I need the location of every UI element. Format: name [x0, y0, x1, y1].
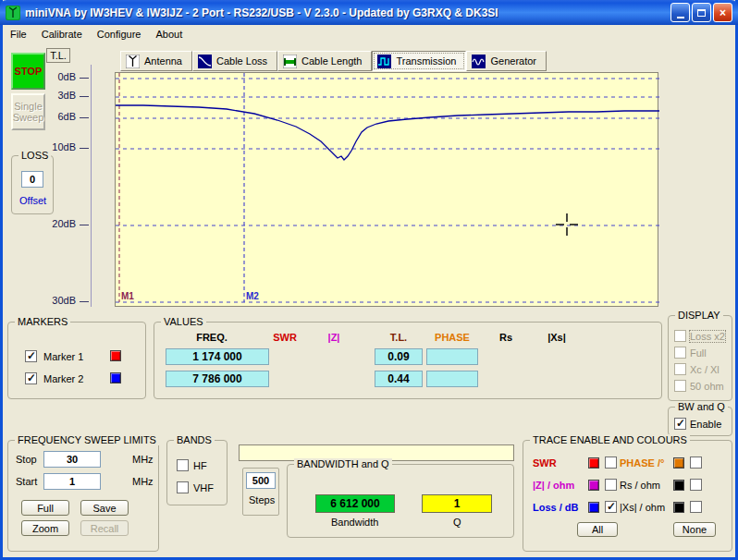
phase-trace-label: PHASE /° [620, 457, 664, 469]
start-freq-unit: MHz [132, 476, 154, 487]
mode-toolbar: Antenna Cable Loss Cable Length Transm [120, 51, 547, 71]
steps-label: Steps [249, 494, 275, 505]
title-bar[interactable]: miniVNA by IW3HEV & IW3IJZ - 2 Port - RS… [0, 0, 738, 25]
bwq-enable-checkbox[interactable] [674, 418, 686, 430]
cable-loss-mode-button[interactable]: Cable Loss [192, 51, 277, 71]
header-phase: PHASE [435, 332, 470, 343]
maximize-icon [697, 9, 706, 17]
bw-q-group-title: BW and Q [675, 401, 728, 412]
minimize-button[interactable] [670, 3, 690, 22]
header-swr: SWR [273, 332, 297, 343]
offset-label[interactable]: Offset [19, 195, 46, 206]
zoom-button[interactable]: Zoom [21, 520, 69, 536]
menu-calibrate[interactable]: Calibrate [34, 27, 90, 42]
all-traces-button[interactable]: All [577, 522, 618, 537]
window-title: miniVNA by IW3HEV & IW3IJZ - 2 Port - RS… [25, 6, 498, 19]
save-button[interactable]: Save [80, 500, 129, 516]
cable-loss-icon [198, 55, 212, 68]
generator-mode-button[interactable]: Generator [466, 51, 547, 71]
marker2-checkbox[interactable] [25, 372, 37, 384]
marker1-label-text: Marker 1 [43, 351, 83, 362]
rs-trace-checkbox[interactable] [690, 479, 702, 491]
axis-label-6db: 6dB [37, 111, 76, 122]
cable-loss-button-label: Cable Loss [216, 55, 267, 67]
loss-trace-checkbox[interactable] [605, 501, 617, 513]
app-window: miniVNA by IW3HEV & IW3IJZ - 2 Port - RS… [0, 0, 738, 560]
xc-xl-checkbox[interactable] [674, 363, 686, 375]
menu-configure[interactable]: Configure [90, 27, 149, 42]
swr-colour-swatch[interactable] [588, 457, 599, 469]
marker2-label: M2 [246, 291, 259, 301]
header-tl: T.L. [390, 332, 407, 343]
z-trace-checkbox[interactable] [605, 479, 617, 491]
generator-button-label: Generator [490, 55, 536, 67]
start-freq-label: Start [16, 476, 37, 487]
axis-label-20db: 20dB [37, 218, 76, 229]
loss-offset-input[interactable] [21, 171, 43, 188]
recall-button: Recall [80, 520, 129, 536]
display-group: DISPLAY Loss x2 Full Xc / Xl 50 ohm [668, 315, 732, 401]
cable-length-mode-button[interactable]: Cable Length [277, 51, 372, 71]
cable-length-button-label: Cable Length [301, 55, 362, 67]
marker2-color-swatch[interactable] [110, 372, 121, 383]
marker1-checkbox[interactable] [25, 350, 37, 362]
bands-group: BANDS HF VHF [166, 440, 228, 505]
z-colour-swatch[interactable] [588, 480, 599, 491]
loss-x2-checkbox[interactable] [674, 330, 686, 342]
hf-checkbox[interactable] [177, 459, 189, 471]
phase-trace-checkbox[interactable] [690, 457, 702, 469]
start-freq-input[interactable] [43, 473, 101, 490]
bandwidth-q-group: BANDWIDTH and Q 6 612 000 Bandwidth 1 Q [287, 464, 514, 538]
hf-label: HF [193, 460, 207, 471]
vhf-checkbox[interactable] [177, 481, 189, 493]
xs-trace-label: |Xs| / ohm [620, 502, 665, 513]
full-display-checkbox[interactable] [674, 347, 686, 359]
axis-tick [80, 117, 89, 118]
bands-group-title: BANDS [174, 434, 215, 445]
loss-group: LOSS Offset [11, 155, 54, 214]
loss-colour-swatch[interactable] [588, 502, 599, 513]
sweep-group-title: FREQUENCY SWEEP LIMITS [15, 434, 159, 445]
antenna-icon [126, 55, 140, 68]
crosshair-cursor [556, 213, 578, 236]
header-rs: Rs [499, 332, 512, 343]
markers-group-title: MARKERS [15, 316, 70, 327]
rs-colour-swatch[interactable] [673, 480, 684, 491]
trace-group-title: TRACE ENABLE AND COLOURS [530, 434, 690, 445]
vhf-label: VHF [193, 482, 214, 493]
bandwidth-group-title: BANDWIDTH and Q [294, 458, 392, 469]
axis-tick [80, 96, 89, 97]
transmission-mode-button[interactable]: Transmission [372, 51, 466, 71]
values-group: VALUES FREQ. SWR |Z| T.L. PHASE Rs |Xs| … [154, 322, 662, 399]
sweep-chart[interactable]: M1 M2 [115, 72, 658, 307]
menu-about[interactable]: About [148, 27, 190, 42]
marker1-color-swatch[interactable] [110, 350, 121, 361]
full-sweep-button[interactable]: Full [21, 500, 69, 516]
fifty-ohm-checkbox[interactable] [674, 380, 686, 392]
marker1-tl-value: 0.09 [375, 348, 423, 365]
marker2-freq-value: 7 786 000 [166, 371, 269, 387]
axis-label-30db: 30dB [37, 295, 76, 306]
bw-q-group: BW and Q Enable [668, 407, 732, 436]
axis-label-0db: 0dB [37, 71, 76, 82]
header-xs: |Xs| [547, 332, 566, 343]
steps-input[interactable] [246, 472, 276, 489]
transmission-button-label: Transmission [396, 55, 456, 67]
swr-trace-checkbox[interactable] [605, 457, 617, 469]
q-value: 1 [422, 494, 492, 513]
stop-freq-unit: MHz [132, 454, 154, 465]
menu-file[interactable]: File [3, 27, 34, 42]
none-traces-button[interactable]: None [673, 522, 716, 537]
xs-trace-checkbox[interactable] [690, 501, 702, 513]
swr-trace-label: SWR [533, 457, 557, 469]
phase-colour-swatch[interactable] [673, 457, 684, 469]
transmission-icon [377, 55, 391, 68]
maximize-button[interactable] [692, 3, 711, 22]
menu-bar: File Calibrate Configure About [3, 25, 735, 43]
close-button[interactable]: × [713, 3, 732, 22]
xs-colour-swatch[interactable] [673, 502, 684, 513]
antenna-mode-button[interactable]: Antenna [120, 51, 192, 71]
stop-freq-input[interactable] [43, 451, 101, 468]
loss-group-title: LOSS [18, 150, 51, 161]
marker2-phase-value [426, 371, 478, 387]
